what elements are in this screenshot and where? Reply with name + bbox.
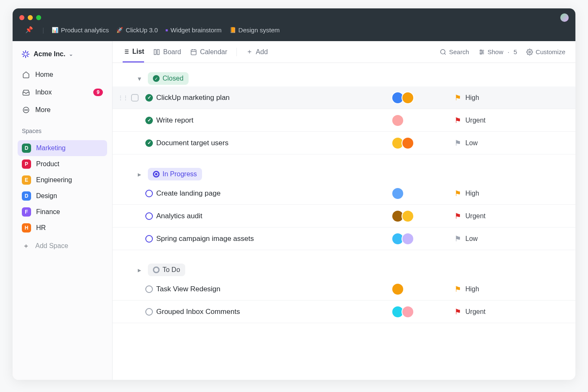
show-button[interactable]: Show · 5 [478,48,517,55]
space-item-engineering[interactable]: EEngineering [18,172,107,188]
task-priority[interactable]: ⚑High [454,93,479,102]
search-icon [440,49,446,55]
assignee-avatar[interactable] [402,210,414,222]
show-label: Show [488,48,504,55]
assignee-avatar[interactable] [391,114,404,127]
assignee-avatar[interactable] [391,283,404,295]
assignee-avatar[interactable] [402,233,414,245]
space-item-finance[interactable]: FFinance [18,204,107,220]
status-circle-icon [145,190,153,197]
book-icon: 📙 [229,27,236,33]
svg-point-24 [441,50,445,54]
space-item-marketing[interactable]: DMarketing [18,140,107,156]
task-status[interactable] [142,308,156,316]
task-row[interactable]: ⋮⋮ ClickUp marketing plan ⚑High [113,86,575,109]
assignee-avatar[interactable] [402,306,414,318]
assignee-avatar[interactable] [391,187,404,200]
tab-label: Widget brainstorm [171,26,222,34]
task-status[interactable] [142,139,156,147]
task-gutter: ⋮⋮ [113,94,142,102]
task-priority[interactable]: ⚑Low [454,139,478,148]
svg-rect-18 [154,50,156,55]
plus-icon: ＋ [246,47,253,56]
task-row[interactable]: Document target users ⚑Low [113,132,575,154]
task-priority[interactable]: ⚑Urgent [454,116,486,125]
status-pill[interactable]: To Do [148,264,185,276]
nav-label: Inbox [35,89,52,96]
space-item-design[interactable]: DDesign [18,188,107,204]
task-status[interactable] [142,235,156,243]
task-priority[interactable]: ⚑Urgent [454,212,486,221]
space-icon: E [22,175,31,185]
space-item-hr[interactable]: HHR [18,220,107,236]
tab-widget-brainstorm[interactable]: ■Widget brainstorm [165,26,222,34]
search-button[interactable]: Search [440,48,469,55]
nav-inbox[interactable]: Inbox 9 [18,85,107,100]
space-item-product[interactable]: PProduct [18,156,107,172]
home-icon [22,71,30,79]
add-space-button[interactable]: ＋ Add Space [18,238,107,253]
add-view-button[interactable]: ＋ Add [246,42,268,62]
task-title: Task View Redesign [156,285,391,293]
status-pill[interactable]: ✓ Closed [148,72,189,85]
nav-more[interactable]: More [18,102,107,118]
task-status[interactable] [142,212,156,220]
task-row[interactable]: Write report ⚑Urgent [113,109,575,132]
task-status[interactable] [142,94,156,102]
status-pill[interactable]: In Progress [148,168,202,180]
group-toggle[interactable]: ▸ [135,266,144,274]
group-toggle[interactable]: ▾ [135,74,144,83]
task-priority[interactable]: ⚑Low [454,234,478,243]
task-title: Write report [156,116,391,125]
task-assignees [391,91,454,104]
task-status[interactable] [142,117,156,124]
task-priority[interactable]: ⚑Urgent [454,307,486,316]
workspace-switcher[interactable]: Acme Inc. ⌄ [18,47,107,61]
assignee-avatar[interactable] [402,137,414,149]
svg-point-29 [480,50,481,51]
show-count: 5 [514,48,517,55]
tab-design-system[interactable]: 📙Design system [229,26,280,34]
svg-point-31 [480,53,481,54]
task-row[interactable]: Create landing page ⚑High [113,182,575,205]
add-space-label: Add Space [35,242,68,250]
status-circle-icon [145,308,153,316]
nav-label: Home [35,71,53,78]
task-row[interactable]: Spring campaign image assets ⚑Low [113,227,575,250]
task-row[interactable]: Task View Redesign ⚑High [113,278,575,301]
customize-button[interactable]: Customize [526,48,565,55]
window-zoom[interactable] [36,15,41,20]
task-priority[interactable]: ⚑High [454,285,479,294]
task-row[interactable]: Analytics audit ⚑Urgent [113,205,575,227]
view-tab-list[interactable]: List [123,42,144,63]
task-title: Create landing page [156,189,391,198]
task-status[interactable] [142,285,156,293]
board-icon [153,49,160,55]
titlebar: 📌 | 📊Product analytics 🚀ClickUp 3.0 ■Wid… [13,8,575,41]
task-checkbox[interactable] [131,94,139,102]
nav-home[interactable]: Home [18,67,107,82]
task-assignees [391,210,454,222]
task-title: Document target users [156,139,391,147]
status-circle-icon [145,139,153,147]
chevron-down-icon: ⌄ [69,51,73,57]
window-close[interactable] [19,15,24,20]
view-tab-calendar[interactable]: Calendar [190,42,227,62]
tab-product-analytics[interactable]: 📊Product analytics [52,26,109,34]
task-row[interactable]: Grouped Inbox Comments ⚑Urgent [113,301,575,323]
tab-clickup-3[interactable]: 🚀ClickUp 3.0 [116,26,158,34]
assignee-avatar[interactable] [402,91,414,104]
status-dot-icon: ✓ [153,75,160,82]
space-label: Marketing [36,144,66,152]
group-toggle[interactable]: ▸ [135,170,144,178]
view-tab-board[interactable]: Board [153,42,181,62]
pin-icon[interactable]: 📌 [25,26,33,34]
task-status[interactable] [142,190,156,197]
group-closed: ▾ ✓ Closed ⋮⋮ ClickUp marketing plan ⚑Hi… [113,71,575,154]
task-priority[interactable]: ⚑High [454,189,479,198]
current-user-avatar[interactable] [560,13,569,22]
window-minimize[interactable] [28,15,33,20]
drag-handle-icon[interactable]: ⋮⋮ [118,94,128,101]
space-icon: D [22,144,31,153]
svg-line-5 [27,55,28,57]
